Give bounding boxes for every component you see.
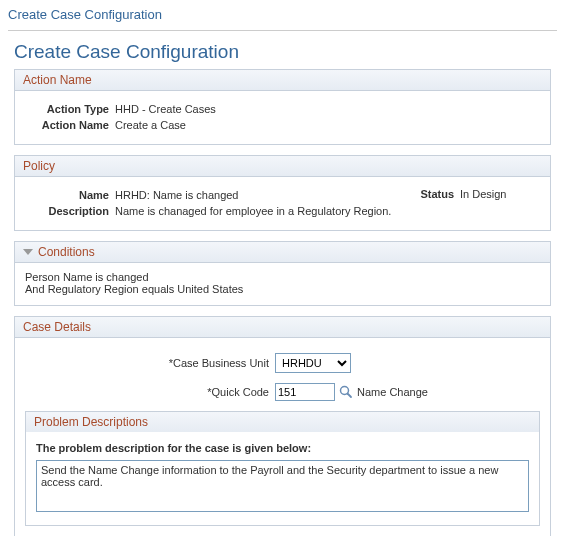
policy-name-label: Name bbox=[25, 188, 115, 201]
action-name-section: Action Name Action Type HHD - Create Cas… bbox=[14, 69, 551, 145]
policy-name-value: HRHD: Name is changed bbox=[115, 188, 410, 201]
action-name-header: Action Name bbox=[15, 70, 550, 91]
condition-line-2: And Regulatory Region equals United Stat… bbox=[25, 283, 540, 295]
divider bbox=[8, 30, 557, 31]
policy-description-label: Description bbox=[25, 204, 115, 217]
breadcrumb[interactable]: Create Case Configuration bbox=[8, 5, 557, 26]
page-title: Create Case Configuration bbox=[8, 41, 557, 63]
problem-descriptions-header: Problem Descriptions bbox=[26, 412, 539, 432]
action-name-label: Action Name bbox=[25, 118, 115, 131]
quick-code-label: *Quick Code bbox=[25, 386, 275, 398]
policy-header: Policy bbox=[15, 156, 550, 177]
action-type-label: Action Type bbox=[25, 102, 115, 115]
policy-section: Policy Name HRHD: Name is changed Status… bbox=[14, 155, 551, 231]
section-title: Problem Descriptions bbox=[34, 415, 148, 429]
problem-description-textarea[interactable] bbox=[36, 460, 529, 512]
case-details-section: Case Details *Case Business Unit HRHDU *… bbox=[14, 316, 551, 536]
section-title: Policy bbox=[23, 159, 55, 173]
action-name-value: Create a Case bbox=[115, 118, 540, 131]
case-business-unit-select[interactable]: HRHDU bbox=[275, 353, 351, 373]
section-title: Action Name bbox=[23, 73, 92, 87]
lookup-icon[interactable] bbox=[339, 385, 353, 399]
policy-description-value: Name is chanaged for employee in a Regul… bbox=[115, 204, 540, 217]
conditions-header[interactable]: Conditions bbox=[15, 242, 550, 263]
case-details-header: Case Details bbox=[15, 317, 550, 338]
section-title: Conditions bbox=[38, 245, 95, 259]
problem-descriptions-section: Problem Descriptions The problem descrip… bbox=[25, 411, 540, 526]
problem-description-label: The problem description for the case is … bbox=[36, 442, 529, 454]
policy-status-value: In Design bbox=[460, 188, 540, 200]
svg-line-1 bbox=[348, 394, 352, 398]
quick-code-description: Name Change bbox=[357, 386, 428, 398]
policy-status-label: Status bbox=[410, 188, 460, 200]
condition-line-1: Person Name is changed bbox=[25, 271, 540, 283]
action-type-value: HHD - Create Cases bbox=[115, 102, 540, 115]
section-title: Case Details bbox=[23, 320, 91, 334]
quick-code-input[interactable] bbox=[275, 383, 335, 401]
case-business-unit-label: *Case Business Unit bbox=[25, 357, 275, 369]
conditions-section: Conditions Person Name is changed And Re… bbox=[14, 241, 551, 306]
collapse-icon bbox=[23, 249, 33, 255]
